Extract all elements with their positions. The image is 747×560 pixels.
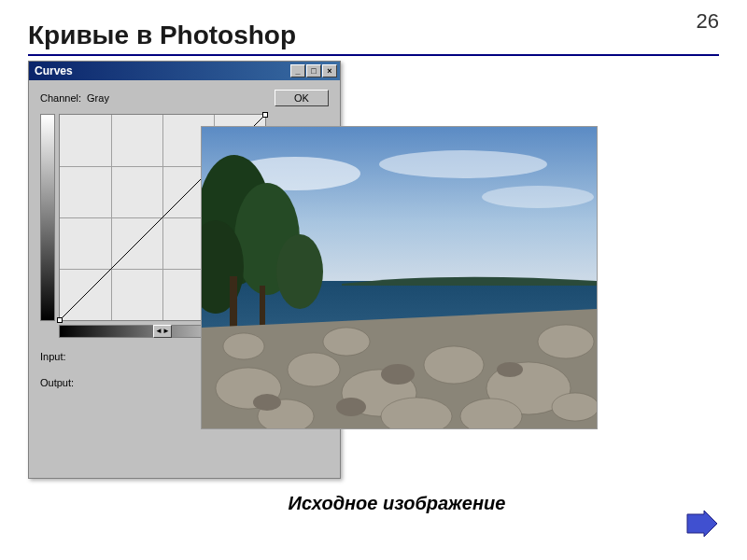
- output-label: Output:: [40, 377, 74, 388]
- window-controls: _ □ ×: [290, 64, 337, 77]
- svg-point-13: [288, 353, 340, 386]
- ok-button[interactable]: OK: [275, 90, 329, 106]
- sample-image: [201, 126, 598, 429]
- curve-handle-highlight[interactable]: [262, 112, 268, 118]
- next-arrow-icon[interactable]: [685, 511, 719, 537]
- svg-point-4: [482, 186, 594, 208]
- svg-point-22: [223, 333, 264, 359]
- svg-point-23: [552, 393, 598, 421]
- svg-rect-10: [260, 286, 265, 328]
- input-label: Input:: [40, 351, 74, 362]
- vertical-gradient: [40, 114, 55, 321]
- maximize-button[interactable]: □: [306, 64, 321, 77]
- channel-value[interactable]: Gray: [87, 92, 109, 104]
- svg-point-3: [379, 150, 547, 178]
- page-title: Кривые в Photoshop: [28, 21, 296, 50]
- close-button[interactable]: ×: [322, 64, 337, 77]
- svg-point-11: [276, 234, 323, 309]
- image-caption: Исходное изображение: [196, 493, 598, 514]
- svg-point-24: [253, 394, 281, 411]
- svg-point-21: [323, 328, 370, 356]
- title-underline: [28, 54, 719, 56]
- channel-label: Channel:: [40, 92, 81, 104]
- minimize-button[interactable]: _: [290, 64, 305, 77]
- curve-handle-shadow[interactable]: [57, 317, 63, 323]
- dialog-title: Curves: [32, 64, 290, 77]
- svg-point-25: [381, 364, 415, 385]
- svg-marker-28: [687, 511, 717, 537]
- svg-point-27: [336, 398, 366, 416]
- page-number: 26: [697, 9, 719, 34]
- svg-point-19: [538, 325, 594, 358]
- dialog-titlebar[interactable]: Curves _ □ ×: [29, 62, 340, 80]
- svg-rect-9: [230, 276, 237, 328]
- channel-row: Channel: Gray OK: [40, 90, 329, 106]
- gradient-slider[interactable]: ◄►: [153, 325, 172, 338]
- svg-point-15: [424, 346, 484, 384]
- svg-point-26: [497, 362, 523, 377]
